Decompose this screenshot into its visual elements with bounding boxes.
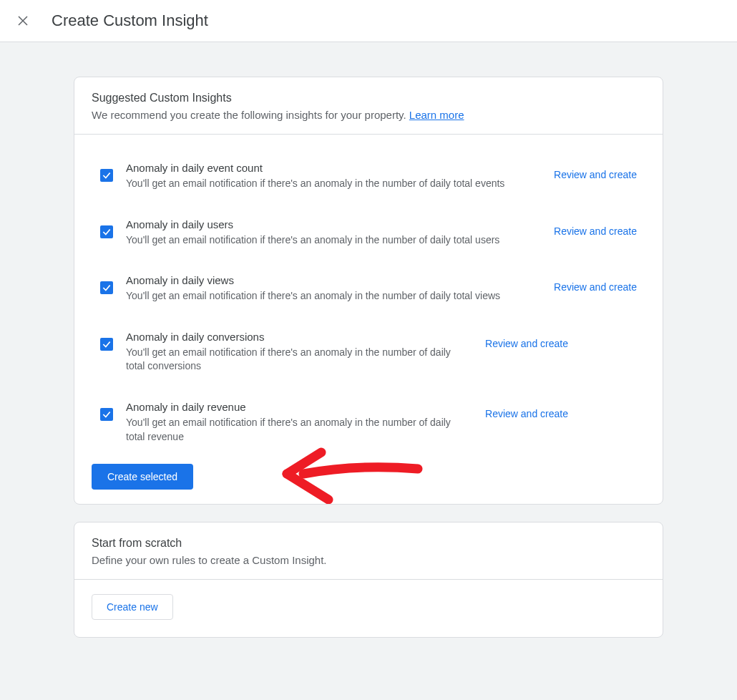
insight-title: Anomaly in daily users xyxy=(126,218,534,230)
insight-text: Anomaly in daily views You'll get an ema… xyxy=(126,274,545,303)
checkmark-icon xyxy=(102,339,112,349)
insight-row: Anomaly in daily revenue You'll get an e… xyxy=(92,374,645,444)
close-icon xyxy=(16,14,29,27)
review-and-create-link[interactable]: Review and create xyxy=(545,162,645,180)
checkmark-icon xyxy=(102,227,112,237)
checkmark-icon xyxy=(102,409,112,419)
create-new-button[interactable]: Create new xyxy=(92,594,173,620)
annotation-arrow-icon xyxy=(278,444,429,505)
checkmark-icon xyxy=(102,283,112,293)
suggested-subtitle-text: We recommend you create the following in… xyxy=(92,109,409,121)
suggested-card-header: Suggested Custom Insights We recommend y… xyxy=(74,77,663,135)
checkbox-wrap xyxy=(92,331,126,351)
insight-description: You'll get an email notification if ther… xyxy=(126,177,534,191)
insight-row: Anomaly in daily conversions You'll get … xyxy=(92,303,645,374)
insight-description: You'll get an email notification if ther… xyxy=(126,233,534,248)
review-and-create-link[interactable]: Review and create xyxy=(477,401,577,419)
learn-more-link[interactable]: Learn more xyxy=(409,109,464,121)
review-and-create-link[interactable]: Review and create xyxy=(545,274,645,293)
checkbox-wrap xyxy=(92,401,126,421)
insight-checkbox[interactable] xyxy=(100,338,113,351)
scratch-title: Start from scratch xyxy=(92,537,645,550)
insight-checkbox[interactable] xyxy=(100,169,113,182)
insight-title: Anomaly in daily conversions xyxy=(126,331,465,343)
scratch-subtitle: Define your own rules to create a Custom… xyxy=(92,554,645,566)
insight-description: You'll get an email notification if ther… xyxy=(126,289,534,303)
scratch-card-header: Start from scratch Define your own rules… xyxy=(74,522,663,580)
review-and-create-link[interactable]: Review and create xyxy=(477,331,577,349)
create-selected-button[interactable]: Create selected xyxy=(92,464,193,490)
checkbox-wrap xyxy=(92,274,126,294)
insight-title: Anomaly in daily event count xyxy=(126,162,534,174)
page-title: Create Custom Insight xyxy=(52,11,208,30)
insight-title: Anomaly in daily revenue xyxy=(126,401,465,413)
insight-text: Anomaly in daily users You'll get an ema… xyxy=(126,218,545,248)
insight-description: You'll get an email notification if ther… xyxy=(126,346,465,374)
insight-checkbox[interactable] xyxy=(100,225,113,238)
dialog-header: Create Custom Insight xyxy=(0,0,737,42)
suggested-insights-card: Suggested Custom Insights We recommend y… xyxy=(74,77,663,505)
insight-text: Anomaly in daily conversions You'll get … xyxy=(126,331,477,374)
checkbox-wrap xyxy=(92,162,126,182)
insight-row: Anomaly in daily views You'll get an ema… xyxy=(92,247,645,303)
insights-list: Anomaly in daily event count You'll get … xyxy=(74,135,663,444)
page-body: Suggested Custom Insights We recommend y… xyxy=(0,42,737,700)
insight-description: You'll get an email notification if ther… xyxy=(126,416,465,444)
start-from-scratch-card: Start from scratch Define your own rules… xyxy=(74,522,663,638)
insight-row: Anomaly in daily users You'll get an ema… xyxy=(92,191,645,248)
suggested-subtitle: We recommend you create the following in… xyxy=(92,109,645,121)
insight-checkbox[interactable] xyxy=(100,408,113,421)
insight-checkbox[interactable] xyxy=(100,281,113,294)
insight-title: Anomaly in daily views xyxy=(126,274,534,286)
suggested-title: Suggested Custom Insights xyxy=(92,92,645,104)
scratch-body: Create new xyxy=(74,580,663,637)
checkmark-icon xyxy=(102,170,112,180)
close-button[interactable] xyxy=(14,12,31,29)
insight-row: Anomaly in daily event count You'll get … xyxy=(92,135,645,191)
insight-text: Anomaly in daily revenue You'll get an e… xyxy=(126,401,477,444)
checkbox-wrap xyxy=(92,218,126,238)
review-and-create-link[interactable]: Review and create xyxy=(545,218,645,237)
create-selected-wrap: Create selected xyxy=(74,444,663,504)
insight-text: Anomaly in daily event count You'll get … xyxy=(126,162,545,191)
